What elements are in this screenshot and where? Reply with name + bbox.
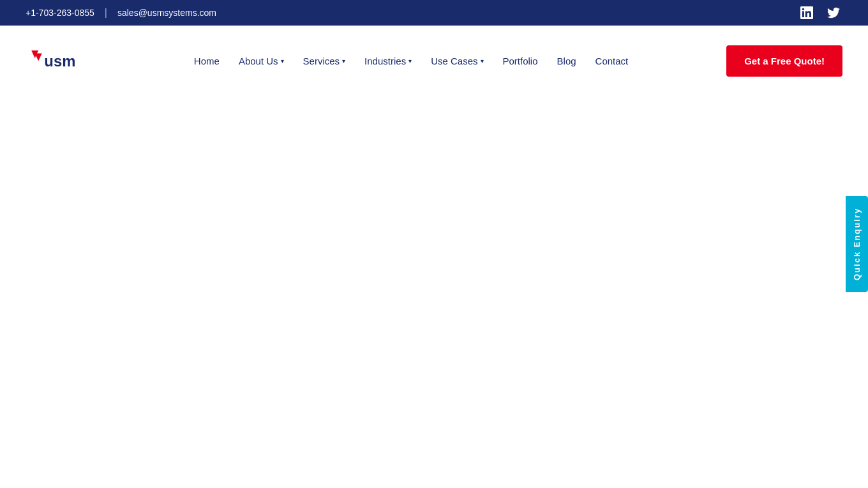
quick-enquiry-tab[interactable]: Quick Enquiry bbox=[846, 196, 868, 292]
nav-item-services[interactable]: Services ▾ bbox=[296, 50, 354, 72]
navbar: usm Home About Us ▾ Services ▾ Industrie… bbox=[0, 26, 868, 96]
svg-text:usm: usm bbox=[44, 52, 75, 70]
cta-button[interactable]: Get a Free Quote! bbox=[726, 45, 842, 77]
nav-link-services[interactable]: Services ▾ bbox=[296, 50, 354, 72]
nav-link-home[interactable]: Home bbox=[186, 50, 227, 72]
logo[interactable]: usm bbox=[26, 42, 96, 80]
nav-item-home[interactable]: Home bbox=[186, 50, 227, 72]
twitter-icon[interactable] bbox=[825, 4, 842, 22]
top-bar-social bbox=[798, 4, 842, 22]
nav-link-contact[interactable]: Contact bbox=[588, 50, 636, 72]
chevron-down-icon: ▾ bbox=[342, 57, 345, 65]
nav-item-blog[interactable]: Blog bbox=[550, 50, 584, 72]
nav-item-portfolio[interactable]: Portfolio bbox=[495, 50, 546, 72]
nav-item-industries[interactable]: Industries ▾ bbox=[357, 50, 419, 72]
divider: | bbox=[105, 7, 107, 19]
nav-link-portfolio[interactable]: Portfolio bbox=[495, 50, 546, 72]
chevron-down-icon: ▾ bbox=[408, 57, 412, 65]
nav-links: Home About Us ▾ Services ▾ Industries ▾ … bbox=[186, 50, 636, 72]
nav-item-use-cases[interactable]: Use Cases ▾ bbox=[423, 50, 491, 72]
top-bar-contact: +1-703-263-0855 | sales@usmsystems.com bbox=[26, 7, 216, 19]
chevron-down-icon: ▾ bbox=[481, 57, 484, 65]
email-address[interactable]: sales@usmsystems.com bbox=[117, 8, 216, 18]
nav-link-about[interactable]: About Us ▾ bbox=[231, 50, 292, 72]
nav-link-industries[interactable]: Industries ▾ bbox=[357, 50, 419, 72]
nav-link-use-cases[interactable]: Use Cases ▾ bbox=[423, 50, 491, 72]
main-content bbox=[0, 96, 868, 485]
quick-enquiry-wrapper: Quick Enquiry bbox=[846, 196, 868, 292]
top-bar: +1-703-263-0855 | sales@usmsystems.com bbox=[0, 0, 868, 26]
nav-item-about[interactable]: About Us ▾ bbox=[231, 50, 292, 72]
chevron-down-icon: ▾ bbox=[281, 57, 284, 65]
phone-number[interactable]: +1-703-263-0855 bbox=[26, 8, 94, 18]
nav-link-blog[interactable]: Blog bbox=[550, 50, 584, 72]
linkedin-icon[interactable] bbox=[798, 4, 816, 22]
svg-marker-2 bbox=[35, 54, 42, 61]
nav-item-contact[interactable]: Contact bbox=[588, 50, 636, 72]
